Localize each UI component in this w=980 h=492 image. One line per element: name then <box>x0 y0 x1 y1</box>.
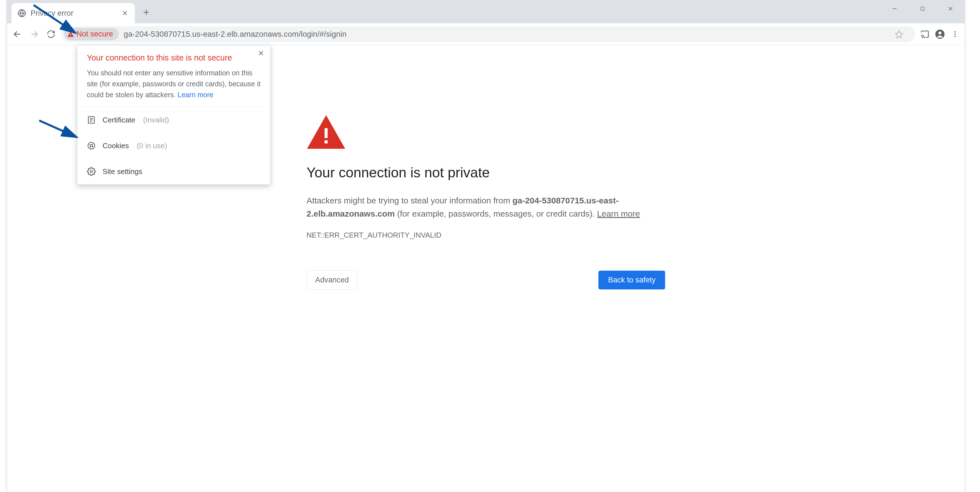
not-secure-label: Not secure <box>76 30 113 38</box>
cast-icon[interactable] <box>919 29 931 40</box>
svg-rect-10 <box>325 140 328 143</box>
new-tab-button[interactable] <box>140 6 152 18</box>
maximize-button[interactable] <box>908 0 937 17</box>
profile-icon[interactable] <box>934 29 945 40</box>
interstitial-body-pre: Attackers might be trying to steal your … <box>307 196 512 205</box>
svg-point-5 <box>939 31 942 35</box>
url-text: ga-204-530870715.us-east-2.elb.amazonaws… <box>124 30 347 39</box>
gear-icon <box>87 167 96 176</box>
svg-point-6 <box>955 31 956 32</box>
svg-line-19 <box>39 121 77 137</box>
certificate-icon <box>87 115 96 124</box>
back-button[interactable] <box>11 28 24 41</box>
svg-point-15 <box>90 146 91 147</box>
globe-icon <box>18 9 26 18</box>
certificate-label: Certificate <box>103 116 135 124</box>
interstitial-heading: Your connection is not private <box>307 164 665 181</box>
cookies-label: Cookies <box>103 142 129 150</box>
svg-point-8 <box>955 36 956 37</box>
certificate-status: (Invalid) <box>143 116 169 124</box>
advanced-button[interactable]: Advanced <box>307 271 358 290</box>
browser-window: Privacy error Not secure ga-204-53087071… <box>7 0 965 492</box>
svg-point-12 <box>88 142 95 149</box>
svg-point-13 <box>90 145 91 145</box>
annotation-arrow-bottom <box>37 118 81 143</box>
tab-strip: Privacy error <box>7 0 964 23</box>
svg-rect-1 <box>921 7 924 10</box>
annotation-arrow-top <box>31 2 81 41</box>
menu-icon[interactable] <box>950 29 961 40</box>
site-info-popup: Your connection to this site is not secu… <box>77 45 270 185</box>
svg-point-14 <box>92 144 92 145</box>
popup-desc-text: You should not enter any sensitive infor… <box>87 69 261 99</box>
bookmark-star-icon[interactable] <box>893 29 905 40</box>
interstitial-learn-more-link[interactable]: Learn more <box>597 209 640 218</box>
minimize-button[interactable] <box>881 0 908 17</box>
error-code: NET::ERR_CERT_AUTHORITY_INVALID <box>307 231 665 240</box>
svg-rect-9 <box>325 128 328 138</box>
warning-large-icon <box>307 115 346 149</box>
site-settings-label: Site settings <box>103 167 142 176</box>
popup-learn-more-link[interactable]: Learn more <box>178 91 213 99</box>
popup-description: You should not enter any sensitive infor… <box>87 67 261 100</box>
popup-close-icon[interactable] <box>257 49 265 57</box>
cookie-icon <box>87 141 96 150</box>
cookies-row[interactable]: Cookies (0 in use) <box>77 133 270 159</box>
svg-point-17 <box>90 170 92 173</box>
interstitial-buttons: Advanced Back to safety <box>307 271 665 290</box>
window-controls <box>881 0 964 23</box>
svg-point-7 <box>955 33 956 35</box>
interstitial-body: Attackers might be trying to steal your … <box>307 194 665 220</box>
toolbar: Not secure ga-204-530870715.us-east-2.el… <box>7 23 964 45</box>
ssl-interstitial: Your connection is not private Attackers… <box>307 115 665 290</box>
certificate-row[interactable]: Certificate (Invalid) <box>77 107 270 133</box>
close-window-button[interactable] <box>937 0 964 17</box>
svg-line-18 <box>33 5 76 33</box>
interstitial-body-post: (for example, passwords, messages, or cr… <box>395 209 597 218</box>
svg-point-16 <box>92 146 93 147</box>
popup-title: Your connection to this site is not secu… <box>87 53 261 62</box>
close-tab-icon[interactable] <box>121 10 129 17</box>
back-to-safety-button[interactable]: Back to safety <box>598 271 665 290</box>
site-settings-row[interactable]: Site settings <box>77 159 270 185</box>
cookies-count: (0 in use) <box>137 142 167 150</box>
address-bar[interactable]: Not secure ga-204-530870715.us-east-2.el… <box>61 26 915 42</box>
